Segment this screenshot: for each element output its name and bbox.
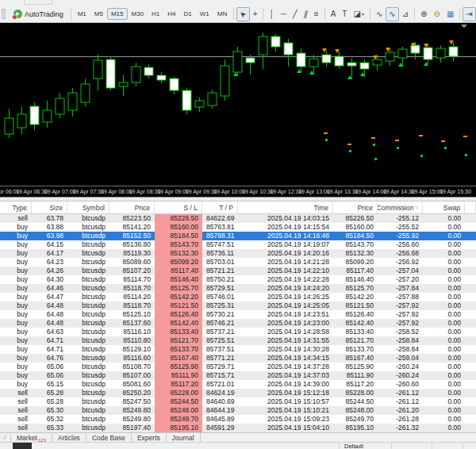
trendline-tool[interactable]: ╱ (290, 7, 301, 21)
auto-scroll-button[interactable]: ⇥ (463, 7, 475, 21)
table-row[interactable]: buy64.23btcusdp85089.6085099.2085703.012… (0, 258, 476, 267)
cursor-tool-icon: ➤ (238, 9, 248, 19)
vertical-line-tool[interactable]: │ (266, 7, 277, 21)
table-row[interactable]: sell65.30btcusdp85249.8085248.0084644.19… (0, 406, 476, 415)
column-header-swap[interactable]: Swap (423, 201, 465, 213)
tab-articles[interactable]: Articles (52, 434, 86, 442)
cell-commission: -257.92 (378, 310, 423, 319)
cursor-tool[interactable]: ➤ (236, 7, 249, 21)
cell-symbol: btcusdp (67, 328, 109, 336)
timeframe-m30-button[interactable]: M30 (128, 8, 148, 20)
cell-sl: 85249.70 (155, 415, 202, 424)
objects-list-button[interactable]: ⊿ (399, 7, 412, 21)
table-row[interactable]: sell65.28btcusdp85250.2085228.0084624.19… (0, 389, 476, 397)
column-header-filler[interactable] (465, 201, 476, 213)
table-row[interactable]: buy64.48btcusdp85137.6085142.4085746.212… (0, 319, 476, 328)
table-row[interactable]: buy64.63btcusdp85116.1085133.4085737.212… (0, 328, 476, 336)
shapes-tool[interactable]: ◪▾ (350, 7, 367, 21)
timeframe-m1-button[interactable]: M1 (74, 8, 90, 20)
column-header-tp[interactable]: T / P (202, 201, 238, 213)
timeframe-h1-button[interactable]: H1 (148, 8, 163, 20)
column-label: Commission (378, 204, 413, 212)
table-row[interactable]: buy64.17btcusdp85119.3085132.3085736.112… (0, 249, 476, 258)
tile-windows-button[interactable]: ▦ (443, 7, 457, 21)
column-header-price[interactable]: Price (109, 201, 155, 213)
chart-area[interactable] (0, 23, 476, 186)
table-row[interactable]: sell65.32btcusdp85249.8085249.7084645.89… (0, 415, 476, 424)
cell-filler (465, 371, 476, 380)
channel-tool[interactable]: ∥ (301, 7, 311, 21)
table-row[interactable]: buy64.47btcusdp85114.2085142.2085746.012… (0, 293, 476, 301)
tile-windows-button-icon: ▦ (447, 10, 454, 18)
candle-body (94, 60, 102, 79)
table-row[interactable]: buy65.06btcusdp85108.7085125.9085729.712… (0, 363, 476, 371)
indicators-button[interactable]: ∿ (373, 7, 386, 21)
indicator-window-button[interactable]: ∿ (386, 7, 398, 21)
column-header-size[interactable]: Size (32, 201, 67, 213)
column-header-type[interactable]: Type (0, 201, 32, 213)
toolbar-separator (263, 8, 263, 20)
cell-sl: 85117.20 (155, 380, 202, 389)
column-header-symbol[interactable]: Symbol (67, 201, 109, 213)
column-header-sl[interactable]: S / L (155, 201, 202, 213)
crosshair-tool[interactable]: + (250, 7, 261, 21)
fibonacci-tool[interactable]: ≡ (311, 7, 322, 21)
table-row[interactable]: buy64.48btcusdp85118.7085121.5085725.312… (0, 301, 476, 310)
timeframe-h4-button[interactable]: H4 (163, 8, 179, 20)
column-header-price2[interactable]: Price (333, 201, 378, 213)
horizontal-line-tool[interactable]: ─ (278, 7, 290, 21)
timeframe-m15-button[interactable]: M15 (107, 8, 128, 20)
cell-symbol: btcusdp (67, 214, 109, 223)
cell-price2: 85121.70 (333, 336, 378, 345)
cell-sl: 85142.20 (155, 293, 202, 301)
timeframe-d1-button[interactable]: D1 (180, 8, 196, 20)
table-row[interactable]: buy64.30btcusdp85114.7085146.4085750.212… (0, 275, 476, 284)
cell-symbol: btcusdp (67, 249, 109, 258)
axis-label: 19 Apr 07:30 (72, 189, 104, 194)
candle-body (233, 52, 242, 72)
cell-symbol: btcusdp (67, 267, 109, 275)
table-row[interactable]: buy64.71btcusdp85110.8085121.7085725.512… (0, 336, 476, 345)
label-tool-icon: T (342, 10, 347, 18)
cell-filler (465, 240, 476, 249)
cell-commission: -260.60 (378, 380, 423, 389)
cell-filler (465, 415, 476, 424)
cell-price2: 85184.50 (333, 232, 378, 240)
cell-tp: 85750.21 (202, 275, 238, 284)
column-header-time[interactable]: Time (238, 201, 333, 213)
timeframe-m5-button[interactable]: M5 (90, 8, 107, 20)
timeframe-mn-button[interactable]: MN (213, 8, 231, 20)
table-row[interactable]: buy63.98btcusdp85152.5085184.5085788.312… (0, 232, 476, 240)
table-row[interactable]: sell65.33btcusdp85197.4085195.1084591.29… (0, 424, 476, 432)
cell-time: 2025.04.19 15:04:10 (238, 424, 333, 432)
table-row[interactable]: buy64.76btcusdp85116.6085167.4085771.212… (0, 354, 476, 363)
text-tool[interactable]: A (328, 7, 340, 21)
table-row[interactable]: buy64.26btcusdp85107.2085117.4085721.212… (0, 267, 476, 275)
tab-experts[interactable]: Experts (131, 434, 166, 442)
candle-body (424, 48, 432, 59)
timeframe-w1-button[interactable]: W1 (196, 8, 213, 20)
table-row[interactable]: sell65.28btcusdp85247.5085244.5084640.69… (0, 397, 476, 406)
cell-filler (465, 284, 476, 293)
zoom-out-button[interactable]: ⊖ (431, 7, 443, 21)
label-tool[interactable]: T (339, 7, 350, 21)
zoom-in-button[interactable]: ⊕ (417, 7, 430, 21)
axis-label: 19 Apr 08:30 (129, 189, 161, 194)
column-header-commission[interactable]: Commission▿ (378, 201, 423, 213)
tab-code-base[interactable]: Code Base (86, 434, 131, 442)
table-row[interactable]: buy64.46btcusdp85118.7085125.7085729.512… (0, 284, 476, 293)
table-row[interactable]: sell63.78btcusdp85223.5085226.5084622.69… (0, 214, 476, 223)
table-row[interactable]: buy64.71btcusdp85129.1085133.7085737.512… (0, 345, 476, 354)
table-row[interactable]: buy64.15btcusdp85136.8085143.7085747.512… (0, 240, 476, 249)
table-row[interactable]: buy65.06btcusdp85107.0085111.9085715.712… (0, 371, 476, 380)
trade-mark-orange (419, 135, 423, 136)
cell-type: buy (0, 354, 32, 363)
table-row[interactable]: buy63.88btcusdp85141.2085160.0085763.812… (0, 223, 476, 232)
tab-journal[interactable]: Journal (166, 434, 201, 442)
tab-market[interactable]: Market123 (10, 434, 52, 442)
table-row[interactable]: buy65.15btcusdp85081.6085117.2085721.012… (0, 380, 476, 389)
table-row[interactable]: buy64.48btcusdp85125.1085126.4085730.212… (0, 310, 476, 319)
autotrading-button[interactable]: ▶ AutoTrading (9, 7, 68, 21)
cell-sl: 85125.70 (155, 284, 202, 293)
cell-time: 2025.04.19 15:09:23 (238, 415, 333, 424)
